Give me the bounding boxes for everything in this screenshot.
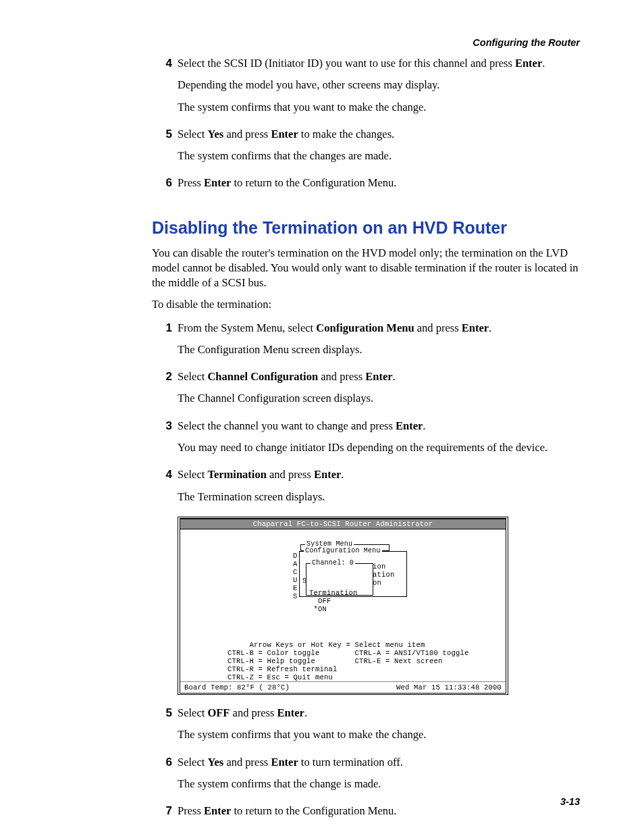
step-paragraph: Press Enter to return to the Configurati…	[178, 804, 580, 818]
terminal-side-letters: D A C U E S	[293, 552, 298, 600]
step-number: 2	[152, 369, 178, 385]
step-item: 4Select the SCSI ID (Initiator ID) you w…	[152, 56, 580, 122]
step-paragraph: Select Yes and press Enter to make the c…	[178, 127, 580, 142]
terminal-screenshot: Chaparral FC-to-SCSI Router Administrato…	[178, 517, 508, 695]
bottom-step-list: 5Select OFF and press Enter.The system c…	[152, 706, 580, 825]
trail-text-3: on	[373, 579, 381, 587]
step-content: Press Enter to return to the Configurati…	[178, 176, 580, 197]
step-item: 3Select the channel you want to change a…	[152, 419, 580, 463]
mid-step-list: 1From the System Menu, select Configurat…	[152, 321, 580, 511]
intro-lead: To disable the termination:	[152, 297, 580, 312]
trail-text-2: ation	[373, 571, 395, 579]
step-number: 3	[152, 419, 178, 434]
step-content: Select Termination and press Enter.The T…	[178, 467, 580, 511]
step-paragraph: Depending the model you have, other scre…	[178, 78, 580, 93]
terminal-status-bar: Board Temp: 82°F ( 28°C) Wed Mar 15 11:3…	[180, 681, 506, 693]
step-paragraph: Select Channel Configuration and press E…	[178, 369, 580, 384]
step-paragraph: The Termination screen displays.	[178, 490, 580, 504]
section-heading: Disabling the Termination on an HVD Rout…	[152, 218, 580, 238]
terminal-body: System Menu D A C U E S Configuration Me…	[180, 529, 506, 640]
step-item: 5Select Yes and press Enter to make the …	[152, 127, 580, 171]
step-paragraph: Press Enter to return to the Configurati…	[178, 176, 580, 190]
step-paragraph: The system confirms that the change is m…	[178, 777, 580, 791]
step-content: Select Channel Configuration and press E…	[178, 369, 580, 413]
step-number: 1	[152, 321, 178, 336]
step-paragraph: Select the SCSI ID (Initiator ID) you wa…	[178, 56, 580, 71]
terminal-title-bar: Chaparral FC-to-SCSI Router Administrato…	[180, 519, 506, 529]
step-content: From the System Menu, select Configurati…	[178, 321, 580, 365]
page: Configuring the Router 4Select the SCSI …	[0, 0, 644, 834]
intro-paragraph: You can disable the router's termination…	[152, 246, 580, 291]
step-paragraph: The system confirms that the changes are…	[178, 149, 580, 163]
step-paragraph: The system confirms that you want to mak…	[178, 727, 580, 742]
step-number: 5	[152, 706, 178, 721]
step-number: 5	[152, 127, 178, 142]
step-content: Select Yes and press Enter to turn termi…	[178, 755, 580, 799]
running-header: Configuring the Router	[152, 37, 580, 48]
step-number: 7	[152, 804, 178, 819]
step-item: 6Press Enter to return to the Configurat…	[152, 176, 580, 197]
terminal-status-left: Board Temp: 82°F ( 28°C)	[184, 683, 290, 692]
step-content: Select the SCSI ID (Initiator ID) you wa…	[178, 56, 580, 122]
config-menu-title: Configuration Menu	[304, 547, 382, 555]
step-content: Select Yes and press Enter to make the c…	[178, 127, 580, 171]
step-item: 1From the System Menu, select Configurat…	[152, 321, 580, 365]
step-number: 6	[152, 755, 178, 771]
step-paragraph: The Configuration Menu screen displays.	[178, 342, 580, 357]
step-content: Select OFF and press Enter.The system co…	[178, 706, 580, 750]
step-paragraph: The system confirms that you want to mak…	[178, 100, 580, 115]
step-item: 5Select OFF and press Enter.The system c…	[152, 706, 580, 750]
step-item: 7Press Enter to return to the Configurat…	[152, 804, 580, 825]
top-step-list: 4Select the SCSI ID (Initiator ID) you w…	[152, 56, 580, 198]
channel-lines: Termination OFF *ON	[309, 589, 370, 613]
step-paragraph: Select OFF and press Enter.	[178, 706, 580, 721]
step-content: Press Enter to return to the Configurati…	[178, 804, 580, 825]
step-paragraph: The Channel Configuration screen display…	[178, 391, 580, 406]
step-paragraph: From the System Menu, select Configurati…	[178, 321, 580, 336]
step-paragraph: Select Yes and press Enter to turn termi…	[178, 755, 580, 770]
step-number: 4	[152, 56, 178, 72]
step-number: 4	[152, 467, 178, 483]
terminal-help-block: Arrow Keys or Hot Key = Select menu item…	[180, 640, 506, 681]
page-number: 3-13	[560, 796, 580, 807]
step-item: 4Select Termination and press Enter.The …	[152, 467, 580, 511]
terminal-status-right: Wed Mar 15 11:33:48 2000	[396, 683, 502, 692]
step-paragraph: Select the channel you want to change an…	[178, 419, 580, 434]
step-number: 6	[152, 176, 178, 191]
step-item: 6Select Yes and press Enter to turn term…	[152, 755, 580, 799]
step-paragraph: You may need to change initiator IDs dep…	[178, 440, 580, 455]
trail-text-1: ion	[373, 563, 386, 571]
step-item: 2Select Channel Configuration and press …	[152, 369, 580, 413]
step-paragraph: Select Termination and press Enter.	[178, 467, 580, 482]
channel-title: Channel: 0	[311, 559, 355, 567]
step-content: Select the channel you want to change an…	[178, 419, 580, 463]
